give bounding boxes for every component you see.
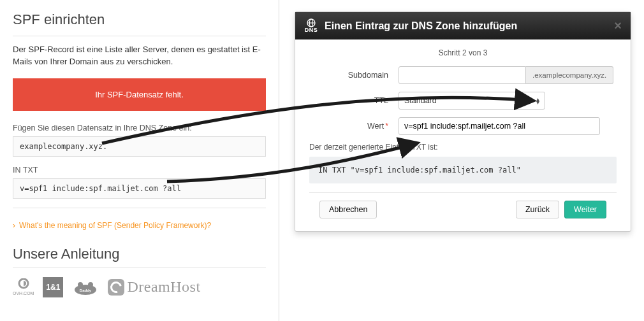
modal-title: Einen Eintrag zur DNS Zone hinzufügen bbox=[325, 20, 517, 32]
wert-label: Wert* bbox=[309, 122, 399, 131]
wert-input[interactable] bbox=[399, 117, 600, 135]
step-indicator: Schritt 2 von 3 bbox=[309, 48, 617, 57]
guide-title: Unsere Anleitung bbox=[13, 246, 266, 262]
generated-txt: IN TXT "v=spf1 include:spf.mailjet.com ?… bbox=[309, 157, 617, 183]
cancel-button[interactable]: Abbrechen bbox=[319, 201, 377, 218]
provider-logos: OVH.COM 1&1 Daddy DreamHost bbox=[13, 277, 266, 297]
in-txt-label: IN TXT bbox=[13, 166, 266, 175]
txt-readonly[interactable]: v=spf1 include:spf.mailjet.com ?all bbox=[13, 178, 266, 199]
right-panel: DNS Einen Eintrag zur DNS Zone hinzufüge… bbox=[279, 0, 644, 321]
subdomain-input[interactable] bbox=[399, 66, 526, 84]
spf-faq-link[interactable]: What's the meaning of SPF (Sender Policy… bbox=[13, 221, 211, 230]
divider bbox=[13, 208, 266, 208]
domain-readonly[interactable]: examplecompany.xyz. bbox=[13, 136, 266, 157]
generated-label: Der derzeit generierte Eintrag TXT ist: bbox=[309, 143, 617, 152]
spf-alert: Ihr SPF-Datensatz fehlt. bbox=[13, 78, 266, 111]
divider bbox=[13, 268, 266, 268]
svg-point-3 bbox=[88, 282, 93, 287]
svg-text:Daddy: Daddy bbox=[80, 289, 92, 292]
next-button[interactable]: Weiter bbox=[564, 201, 606, 218]
intro-text: Der SPF-Record ist eine Liste aller Serv… bbox=[13, 44, 266, 68]
page-title: SPF einrichten bbox=[13, 11, 266, 28]
modal-header: DNS Einen Eintrag zur DNS Zone hinzufüge… bbox=[295, 12, 631, 39]
chevron-updown-icon: ▴▾ bbox=[536, 97, 539, 104]
left-panel: SPF einrichten Der SPF-Record ist eine L… bbox=[0, 0, 279, 321]
godaddy-logo[interactable]: Daddy bbox=[72, 278, 99, 296]
ttl-label: TTL bbox=[309, 96, 399, 105]
close-icon[interactable]: × bbox=[614, 18, 622, 33]
ttl-select[interactable]: Standard ▴▾ bbox=[399, 92, 545, 110]
ovh-logo[interactable]: OVH.COM bbox=[13, 278, 34, 296]
dns-modal: DNS Einen Eintrag zur DNS Zone hinzufüge… bbox=[295, 11, 631, 232]
dns-icon: DNS bbox=[304, 18, 318, 33]
divider bbox=[13, 36, 266, 36]
dreamhost-logo[interactable]: DreamHost bbox=[108, 278, 200, 296]
insert-label: Fügen Sie diesen Datensatz in Ihre DNS Z… bbox=[13, 124, 266, 132]
subdomain-label: Subdomain bbox=[309, 71, 399, 80]
dreamhost-icon bbox=[108, 279, 124, 296]
svg-point-2 bbox=[78, 282, 83, 287]
domain-suffix: .examplecompany.xyz. bbox=[526, 66, 613, 84]
one-and-one-logo[interactable]: 1&1 bbox=[43, 277, 63, 297]
back-button[interactable]: Zurück bbox=[516, 201, 559, 218]
